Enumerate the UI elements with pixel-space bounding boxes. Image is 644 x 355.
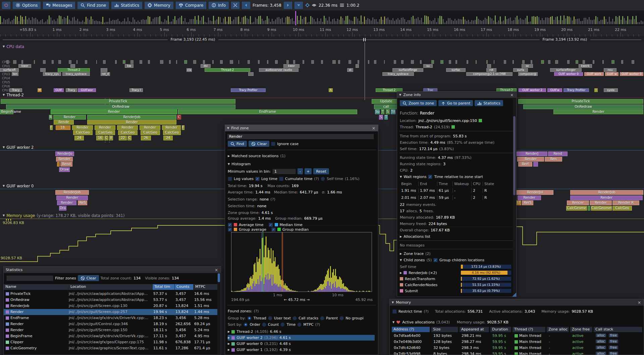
log-time-checkbox[interactable]: ✓ bbox=[255, 177, 260, 181]
allocations-column-header[interactable]: Thread (?) bbox=[513, 327, 545, 332]
time-relative-checkbox[interactable]: ✓ bbox=[428, 175, 432, 179]
cpu-segment[interactable] bbox=[275, 60, 278, 64]
thread-header[interactable]: ▼GUIF worker 0 bbox=[3, 183, 34, 188]
cpu-segment[interactable] bbox=[541, 60, 544, 64]
cpu-segment[interactable] bbox=[555, 60, 558, 64]
radio-button[interactable] bbox=[280, 322, 285, 327]
child-zone-row[interactable]: Self time172.14 µs (3.83%) bbox=[400, 264, 512, 269]
find-zone-window[interactable]: ▼ Find zone × Render Find Clear ✓ Ignore… bbox=[225, 125, 378, 355]
zone[interactable]: Rerf bbox=[518, 162, 532, 167]
alloc-callstack-button[interactable]: alloc bbox=[596, 352, 606, 355]
expand-icon[interactable]: ▶ bbox=[228, 154, 230, 158]
cpu-segment[interactable]: A bbox=[329, 88, 333, 92]
cpu-segment[interactable] bbox=[148, 60, 150, 64]
cpu-segment[interactable]: cla bbox=[186, 68, 192, 72]
allocation-row[interactable]: 0x7e049b3d00128 bytes298.27 ms59.95 sMai… bbox=[390, 339, 644, 345]
free-callstack-button[interactable]: free bbox=[609, 334, 618, 337]
zone[interactable]: R bbox=[49, 115, 52, 120]
memory-usage-header[interactable]: ▼ Memory usage (y-range: 178.27 KB, visi… bbox=[3, 213, 124, 218]
radio-button[interactable] bbox=[292, 316, 297, 320]
cpu-segment[interactable] bbox=[140, 60, 142, 64]
legend-checkbox[interactable]: ✓ bbox=[228, 227, 232, 232]
cpu-segment[interactable] bbox=[494, 60, 494, 64]
zone[interactable]: CalcGeomet bbox=[591, 206, 612, 211]
column-header-name[interactable]: Name bbox=[4, 284, 69, 290]
close-icon[interactable]: × bbox=[214, 268, 219, 272]
cpu-segment[interactable]: GUIF worker 0 bbox=[620, 72, 643, 76]
zone[interactable]: RenderJob bbox=[570, 190, 643, 195]
zone[interactable]: Render bbox=[72, 125, 93, 130]
frame-timeline-strip[interactable] bbox=[0, 11, 644, 26]
cpu-segment[interactable]: st bbox=[347, 68, 353, 72]
cpu-segment[interactable] bbox=[70, 64, 75, 68]
collapse-icon[interactable]: ▼ bbox=[3, 146, 5, 149]
cpu-segment[interactable] bbox=[101, 68, 107, 72]
cpu-segment[interactable] bbox=[293, 60, 295, 64]
cpu-segment[interactable] bbox=[338, 60, 340, 64]
cpu-segment[interactable]: rot_d bbox=[101, 72, 110, 76]
cpu-segment[interactable]: se bbox=[522, 64, 533, 68]
cpu-segment[interactable]: Tracy I bbox=[129, 88, 143, 92]
zone[interactable]: Render bbox=[570, 195, 643, 200]
cpu-segment[interactable]: ten bbox=[12, 72, 18, 76]
cpu-segment[interactable] bbox=[169, 60, 170, 64]
collapse-icon[interactable]: ▼ bbox=[3, 184, 5, 187]
cpu-segment[interactable]: Tracy bbox=[66, 88, 77, 92]
found-zone-group[interactable]: ▶GUIF worker 1(3,192)4.39 s bbox=[228, 347, 375, 353]
free-callstack-button[interactable]: free bbox=[609, 340, 618, 343]
scrollbar[interactable] bbox=[513, 98, 516, 296]
cpu-segment[interactable] bbox=[212, 60, 213, 64]
zone[interactable]: 24 bbox=[163, 136, 173, 140]
zone[interactable]: Render bbox=[53, 115, 86, 120]
zone[interactable]: 22 bbox=[119, 136, 127, 140]
cpu-segment[interactable]: nsu bbox=[604, 68, 616, 72]
cpu-segment[interactable] bbox=[311, 60, 314, 64]
found-zone-group[interactable]: ▶Thread-2(4,105)6.46 s bbox=[228, 329, 375, 335]
resize-grip[interactable] bbox=[512, 293, 516, 297]
cpu-segment[interactable] bbox=[487, 64, 491, 68]
cpu-segment[interactable] bbox=[567, 60, 570, 64]
zone-trace-header[interactable]: ▶Zone trace(2) bbox=[400, 251, 431, 256]
table-row[interactable]: Renderjni/../jni/src/guif/Screen.cpp:150… bbox=[4, 327, 218, 333]
collapse-icon[interactable]: ▼ bbox=[400, 259, 402, 262]
prev-frame-button[interactable] bbox=[242, 2, 250, 9]
table-row[interactable]: Renderjni/../jni/src/guif/Control.cpp:34… bbox=[4, 321, 218, 327]
cpu-segment[interactable]: I bbox=[594, 88, 598, 92]
found-zone-group[interactable]: ▶GUIF worker 0(3,231)4.48 s bbox=[228, 341, 375, 347]
cpu-segment[interactable] bbox=[258, 60, 260, 64]
zone[interactable]: RenderJol bbox=[517, 190, 553, 195]
collapse-icon[interactable]: ▼ bbox=[3, 45, 5, 48]
table-row[interactable]: Clipperjni/../jni/src/claw/gfx/geo/Clipp… bbox=[4, 339, 218, 345]
cpu-segment[interactable]: Thread-2 bbox=[205, 68, 250, 72]
zone[interactable]: 16 bbox=[96, 136, 104, 140]
cpu-segment[interactable] bbox=[431, 60, 434, 64]
close-icon[interactable]: × bbox=[509, 93, 514, 97]
cpu-segment[interactable] bbox=[6, 60, 8, 64]
cpu-segment[interactable] bbox=[440, 60, 443, 64]
cpu-segment[interactable] bbox=[504, 60, 506, 64]
histogram-section-header[interactable]: ▼ Histogram bbox=[228, 161, 251, 167]
zone[interactable]: Render bbox=[518, 195, 541, 200]
table-row[interactable]: RenderJobjni/../jni/src/guif/Screen.cpp:… bbox=[4, 303, 218, 309]
table-row[interactable]: CalcGeometryjni/../jni/src/claw/graphics… bbox=[4, 345, 218, 351]
collapse-icon[interactable]: ▼ bbox=[3, 214, 5, 217]
zone[interactable]: RenderJob bbox=[87, 115, 176, 120]
min-bin-input[interactable]: 1 bbox=[272, 169, 296, 174]
cpu-segment[interactable] bbox=[160, 60, 163, 64]
frame-labels-row[interactable]: Frame 3,193 (22.45 ms) Frame 3,194 (13.9… bbox=[0, 37, 644, 42]
alloc-callstack-button[interactable]: alloc bbox=[596, 340, 606, 343]
collapse-icon[interactable]: ▼ bbox=[228, 163, 230, 166]
cpu-segment[interactable] bbox=[115, 60, 117, 64]
expand-icon[interactable]: ▶ bbox=[400, 271, 402, 274]
self-time-radio[interactable] bbox=[321, 177, 325, 181]
min-bin-decrease-button[interactable]: - bbox=[298, 168, 303, 174]
cpu-segment[interactable] bbox=[576, 60, 578, 64]
allocations-column-header[interactable]: Call stack bbox=[594, 327, 642, 332]
zone[interactable]: Draw bbox=[59, 167, 70, 172]
zone[interactable]: Render bbox=[117, 125, 138, 130]
cpu-segment[interactable] bbox=[21, 60, 23, 64]
zone[interactable]: CalcGeo bbox=[141, 130, 160, 135]
zone[interactable]: Tit bbox=[391, 109, 395, 114]
cpu-segment[interactable] bbox=[420, 60, 422, 64]
cpu-segment[interactable] bbox=[193, 60, 196, 64]
